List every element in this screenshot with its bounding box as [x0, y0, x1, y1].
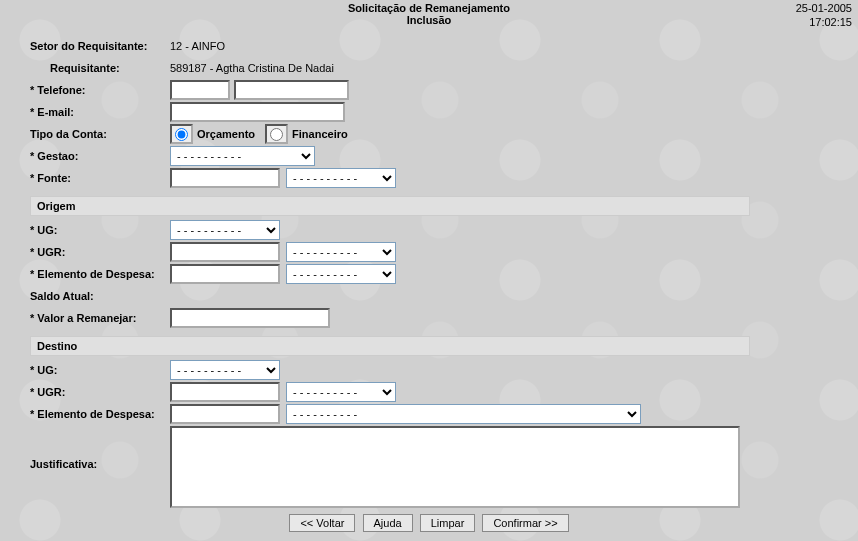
radio-financeiro-label: Financeiro [292, 128, 348, 140]
origem-elemento-select[interactable]: - - - - - - - - - - [286, 264, 396, 284]
label-setor: Setor do Requisitante: [30, 40, 170, 52]
section-destino: Destino [30, 336, 750, 356]
destino-ug-select[interactable]: - - - - - - - - - - [170, 360, 280, 380]
header-date: 25-01-2005 [796, 2, 852, 14]
valor-remanejar-input[interactable] [170, 308, 330, 328]
voltar-button[interactable]: << Voltar [289, 514, 355, 532]
label-destino-ugr: * UGR: [30, 386, 170, 398]
label-origem-ugr: * UGR: [30, 246, 170, 258]
label-gestao: * Gestao: [30, 150, 170, 162]
label-email: * E-mail: [30, 106, 170, 118]
fonte-select[interactable]: - - - - - - - - - - [286, 168, 396, 188]
label-destino-elemento: * Elemento de Despesa: [30, 408, 170, 420]
destino-elemento-select[interactable]: - - - - - - - - - - [286, 404, 641, 424]
gestao-select[interactable]: - - - - - - - - - - [170, 146, 315, 166]
label-valor: * Valor a Remanejar: [30, 312, 170, 324]
destino-ugr-select[interactable]: - - - - - - - - - - [286, 382, 396, 402]
radio-orcamento[interactable] [175, 128, 188, 141]
label-destino-ug: * UG: [30, 364, 170, 376]
origem-ugr-select[interactable]: - - - - - - - - - - [286, 242, 396, 262]
email-input[interactable] [170, 102, 345, 122]
label-requisitante: Requisitante: [30, 62, 170, 74]
origem-ug-select[interactable]: - - - - - - - - - - [170, 220, 280, 240]
justificativa-textarea[interactable] [170, 426, 740, 508]
destino-elemento-input[interactable] [170, 404, 280, 424]
label-fonte: * Fonte: [30, 172, 170, 184]
radio-orcamento-label: Orçamento [197, 128, 255, 140]
radio-financeiro[interactable] [270, 128, 283, 141]
value-setor: 12 - AINFO [170, 40, 225, 52]
destino-ugr-input[interactable] [170, 382, 280, 402]
page-title: Solicitação de Remanejamento [0, 0, 858, 14]
label-tipo-conta: Tipo da Conta: [30, 128, 170, 140]
fonte-input[interactable] [170, 168, 280, 188]
header-time: 17:02:15 [809, 16, 852, 28]
label-justificativa: Justificativa: [30, 426, 170, 470]
telefone-ddd-input[interactable] [170, 80, 230, 100]
page-subtitle: Inclusão [0, 14, 858, 26]
label-telefone: * Telefone: [30, 84, 170, 96]
ajuda-button[interactable]: Ajuda [363, 514, 413, 532]
value-requisitante: 589187 - Agtha Cristina De Nadai [170, 62, 334, 74]
telefone-numero-input[interactable] [234, 80, 349, 100]
origem-elemento-input[interactable] [170, 264, 280, 284]
limpar-button[interactable]: Limpar [420, 514, 476, 532]
label-origem-elemento: * Elemento de Despesa: [30, 268, 170, 280]
origem-ugr-input[interactable] [170, 242, 280, 262]
confirmar-button[interactable]: Confirmar >> [482, 514, 568, 532]
label-saldo: Saldo Atual: [30, 290, 170, 302]
section-origem: Origem [30, 196, 750, 216]
label-origem-ug: * UG: [30, 224, 170, 236]
